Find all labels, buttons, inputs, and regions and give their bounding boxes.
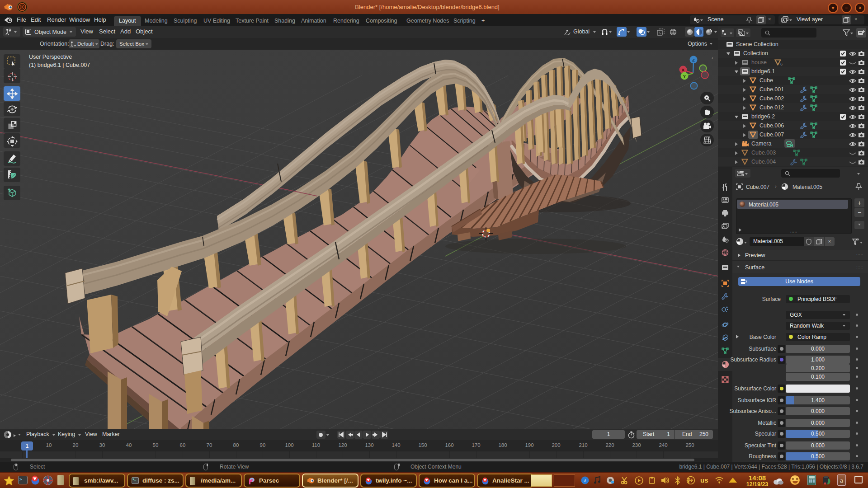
svg-text:Y: Y — [683, 74, 686, 79]
svg-text:Z: Z — [692, 57, 695, 62]
svg-text:X: X — [682, 67, 685, 72]
